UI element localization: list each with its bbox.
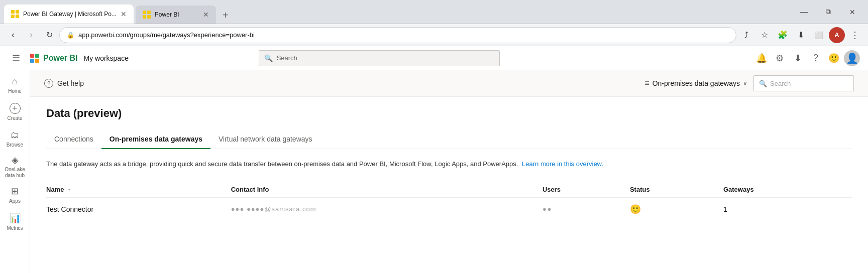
nav-forward[interactable]: ›	[23, 27, 39, 43]
topbar-search-icon: 🔍	[264, 54, 273, 62]
topbar-search[interactable]: 🔍 Search	[259, 50, 500, 66]
app-title: Power BI	[43, 54, 77, 63]
col-users: Users	[542, 182, 630, 198]
page-tabs: Connections On-premises data gateways Vi…	[46, 130, 852, 149]
row-gateways: 1	[723, 197, 852, 221]
help-icon[interactable]: ?	[808, 50, 824, 66]
topbar-right-icons: 🔔 ⚙ ⬇ ? 🙂 👤	[753, 50, 860, 66]
sidebar-item-create[interactable]: + Create	[2, 99, 28, 125]
hamburger-menu[interactable]: ☰	[8, 50, 24, 66]
tab-close-2[interactable]: ✕	[203, 11, 209, 19]
sidebar-browse-label: Browse	[7, 142, 23, 148]
browse-icon: 🗂	[11, 130, 20, 141]
browser-window-controls: — ⧉ ✕	[789, 0, 868, 24]
svg-rect-1	[16, 10, 19, 14]
data-table: Name ↑ Contact info Users Status	[46, 182, 852, 221]
tab-close-1[interactable]: ✕	[121, 10, 127, 18]
description: The data gateway acts as a bridge, provi…	[46, 159, 852, 170]
learn-more-link[interactable]: Learn more in this overview.	[522, 160, 603, 168]
content-header: ? Get help ≡ On-premises data gateways ∨…	[30, 70, 868, 97]
svg-rect-5	[147, 11, 151, 14]
lock-icon: 🔒	[67, 32, 74, 39]
get-help-icon: ?	[44, 79, 53, 88]
browser-menu[interactable]: ⋮	[847, 27, 863, 43]
browser-maximize[interactable]: ⧉	[817, 4, 840, 20]
onelake-icon: ◈	[12, 155, 19, 166]
sidebar-metrics-label: Metrics	[7, 225, 23, 231]
workspace-link[interactable]: My workspace	[83, 54, 128, 62]
content-search-placeholder: Search	[770, 80, 791, 87]
tab-favicon-1	[11, 10, 19, 18]
col-name: Name ↑	[46, 182, 231, 198]
notification-icon[interactable]: 🔔	[753, 50, 770, 66]
filter-icon: ≡	[644, 79, 649, 88]
col-gateways: Gateways	[723, 182, 852, 198]
get-help[interactable]: ? Get help	[44, 79, 84, 88]
home-icon: ⌂	[12, 76, 18, 87]
user-avatar[interactable]: 👤	[844, 50, 860, 66]
get-help-label: Get help	[57, 79, 84, 87]
col-status: Status	[630, 182, 723, 198]
row-users: ●●	[542, 197, 630, 221]
main-content: ? Get help ≡ On-premises data gateways ∨…	[30, 70, 868, 273]
table-row[interactable]: Test Connector ●●● ●●●●@samsara.com ●● 🙂…	[46, 197, 852, 221]
svg-rect-0	[11, 10, 15, 14]
address-bar[interactable]: 🔒 app.powerbi.com/groups/me/gateways?exp…	[59, 27, 736, 43]
app-topbar: ☰ Power BI My workspace 🔍 Search 🔔 ⚙ ⬇ ?…	[0, 46, 868, 70]
browser-share[interactable]: ⤴	[738, 27, 754, 43]
feedback-icon[interactable]: 🙂	[826, 50, 842, 66]
browser-minimize[interactable]: —	[793, 4, 816, 20]
metrics-icon: 📊	[10, 213, 21, 224]
browser-extensions[interactable]: 🧩	[775, 27, 791, 43]
tab-powerbi[interactable]: Power BI ✕	[136, 6, 216, 24]
sidebar-item-browse[interactable]: 🗂 Browse	[2, 126, 28, 152]
browser-close[interactable]: ✕	[841, 4, 864, 20]
sidebar-item-onelake[interactable]: ◈ OneLake data hub	[2, 153, 28, 181]
address-text: app.powerbi.com/groups/me/gateways?exper…	[78, 31, 255, 39]
filter-label: On-premises data gateways	[653, 79, 740, 87]
svg-rect-6	[143, 15, 146, 19]
sidebar-apps-label: Apps	[9, 198, 21, 204]
svg-rect-4	[143, 11, 146, 14]
row-name: Test Connector	[46, 197, 231, 221]
browser-download[interactable]: ⬇	[793, 27, 809, 43]
col-contact: Contact info	[231, 182, 542, 198]
browser-chrome: Power BI Gateway | Microsoft Po... ✕ Pow…	[0, 0, 868, 24]
filter-dropdown[interactable]: ≡ On-premises data gateways ∨	[644, 79, 747, 88]
page-title: Data (preview)	[46, 107, 852, 120]
row-status: 🙂	[630, 197, 723, 221]
browser-profile[interactable]: A	[829, 27, 845, 43]
svg-rect-3	[16, 15, 19, 18]
sort-arrow: ↑	[68, 187, 71, 193]
tab-title-2: Power BI	[155, 11, 199, 18]
sidebar-item-home[interactable]: ⌂ Home	[2, 72, 28, 98]
sidebar-item-apps[interactable]: ⊞ Apps	[2, 182, 28, 208]
svg-rect-2	[11, 15, 15, 18]
status-ok-icon: 🙂	[630, 204, 641, 214]
content-search[interactable]: 🔍 Search	[753, 75, 854, 91]
nav-back[interactable]: ‹	[5, 27, 21, 43]
settings-icon[interactable]: ⚙	[772, 50, 788, 66]
tab-powerbi-gateway[interactable]: Power BI Gateway | Microsoft Po... ✕	[4, 5, 134, 24]
tab-title-1: Power BI Gateway | Microsoft Po...	[23, 11, 117, 18]
browser-bookmark[interactable]: ☆	[756, 27, 773, 43]
topbar-search-label: Search	[277, 54, 297, 62]
page-body: Data (preview) Connections On-premises d…	[30, 97, 868, 231]
apps-icon: ⊞	[11, 186, 19, 197]
ms-logo	[30, 54, 39, 63]
sidebar-home-label: Home	[8, 88, 22, 94]
browser-split[interactable]: ⬜	[811, 27, 827, 43]
sidebar: ⌂ Home + Create 🗂 Browse ◈ OneLake data …	[0, 70, 30, 273]
new-tab-button[interactable]: +	[218, 8, 233, 23]
browser-tabs: Power BI Gateway | Microsoft Po... ✕ Pow…	[0, 0, 789, 24]
content-search-icon: 🔍	[759, 80, 767, 87]
sidebar-item-metrics[interactable]: 📊 Metrics	[2, 209, 28, 235]
tab-on-premises[interactable]: On-premises data gateways	[101, 130, 210, 149]
nav-refresh[interactable]: ↻	[41, 27, 57, 43]
tab-favicon-2	[143, 11, 151, 19]
tab-virtual-network[interactable]: Virtual network data gateways	[210, 130, 320, 149]
create-icon: +	[10, 103, 21, 114]
sidebar-onelake-label: OneLake data hub	[4, 167, 26, 179]
download-icon[interactable]: ⬇	[790, 50, 806, 66]
tab-connections[interactable]: Connections	[46, 130, 101, 149]
